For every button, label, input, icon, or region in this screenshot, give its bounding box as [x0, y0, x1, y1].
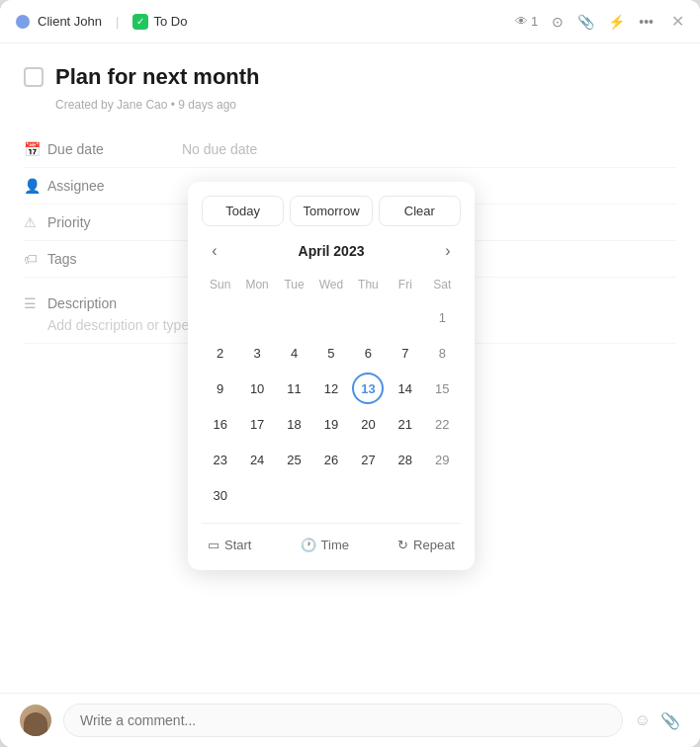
calendar-icon: 📅: [24, 141, 40, 157]
month-year-label: April 2023: [299, 243, 365, 259]
cal-day-10[interactable]: 10: [241, 373, 273, 404]
cal-day-19[interactable]: 19: [315, 408, 347, 440]
start-button[interactable]: ▭ Start: [202, 534, 257, 556]
tags-label-group: 🏷 Tags: [24, 251, 182, 267]
start-icon: ▭: [208, 538, 219, 552]
header-divider: |: [116, 14, 119, 29]
cal-day-28[interactable]: 28: [390, 444, 421, 475]
todo-label: To Do: [153, 14, 187, 29]
comment-bar: ☺ 📎: [0, 693, 700, 747]
time-label: Time: [321, 538, 349, 552]
start-label: Start: [224, 538, 251, 552]
prev-month-button[interactable]: ‹: [202, 238, 227, 264]
task-checkbox[interactable]: [24, 67, 44, 87]
more-icon[interactable]: •••: [639, 14, 654, 30]
header-bar: Client John | ✓ To Do 👁 1 ⊙ 📎 ⚡ ••• ✕: [0, 0, 700, 43]
due-date-label: Due date: [47, 141, 104, 157]
task-content: Plan for next month Created by Jane Cao …: [0, 43, 700, 693]
description-icon: ☰: [24, 295, 40, 311]
check-circle-icon[interactable]: ⊙: [552, 14, 564, 30]
cal-day-6[interactable]: 6: [352, 337, 384, 369]
client-dot-icon: [16, 15, 30, 29]
emoji-icon[interactable]: ☺: [635, 711, 651, 730]
priority-label: Priority: [47, 214, 91, 230]
weekday-thu: Thu: [350, 274, 387, 295]
calendar-days: 1234567891011121314151617181920212223242…: [202, 299, 461, 513]
cal-day-empty: [241, 301, 273, 333]
cal-day-11[interactable]: 11: [279, 373, 310, 404]
due-date-row: 📅 Due date No due date: [24, 131, 676, 168]
time-icon: 🕐: [301, 538, 316, 552]
cal-day-3[interactable]: 3: [241, 337, 273, 369]
weekday-sun: Sun: [202, 274, 238, 295]
cal-day-5[interactable]: 5: [315, 337, 347, 369]
check-icon: ✓: [132, 14, 148, 30]
cal-day-8[interactable]: 8: [426, 337, 458, 369]
calendar-footer: ▭ Start 🕐 Time ↻ Repeat: [202, 523, 461, 556]
due-date-value[interactable]: No due date: [182, 141, 257, 157]
cal-day-18[interactable]: 18: [279, 408, 310, 440]
close-button[interactable]: ✕: [671, 12, 684, 31]
cal-day-20[interactable]: 20: [352, 408, 384, 440]
assignee-label-group: 👤 Assignee: [24, 178, 182, 194]
header-right: 👁 1 ⊙ 📎 ⚡ ••• ✕: [515, 12, 684, 31]
main-window: Client John | ✓ To Do 👁 1 ⊙ 📎 ⚡ ••• ✕ Pl…: [0, 0, 700, 747]
weekday-fri: Fri: [387, 274, 423, 295]
task-title: Plan for next month: [55, 63, 260, 92]
cal-day-27[interactable]: 27: [352, 444, 384, 475]
avatar: [20, 705, 51, 736]
cal-day-empty: [205, 301, 236, 333]
weekday-mon: Mon: [238, 274, 275, 295]
comment-icons: ☺ 📎: [635, 711, 680, 730]
cal-day-7[interactable]: 7: [390, 337, 421, 369]
tomorrow-button[interactable]: Tomorrow: [290, 196, 372, 226]
cal-day-4[interactable]: 4: [279, 337, 310, 369]
watchers-badge: 👁 1: [515, 14, 538, 29]
cal-day-2[interactable]: 2: [205, 337, 236, 369]
cal-day-26[interactable]: 26: [315, 444, 347, 475]
cal-day-30[interactable]: 30: [205, 479, 236, 511]
cal-day-16[interactable]: 16: [205, 408, 236, 440]
repeat-button[interactable]: ↻ Repeat: [392, 534, 461, 556]
cal-day-23[interactable]: 23: [205, 444, 236, 475]
cal-day-14[interactable]: 14: [390, 373, 421, 404]
header-left: Client John | ✓ To Do: [16, 14, 187, 30]
assignee-label: Assignee: [47, 178, 105, 194]
weekday-wed: Wed: [312, 274, 349, 295]
cal-day-empty: [315, 301, 347, 333]
description-label: Description: [47, 295, 117, 311]
attach-icon[interactable]: 📎: [660, 711, 680, 730]
weekday-tue: Tue: [276, 274, 312, 295]
activity-icon[interactable]: ⚡: [608, 14, 625, 30]
cal-day-29[interactable]: 29: [426, 444, 458, 475]
paperclip-icon[interactable]: 📎: [577, 14, 594, 30]
tag-icon: 🏷: [24, 251, 40, 267]
calendar-navigation: ‹ April 2023 ›: [202, 238, 461, 264]
next-month-button[interactable]: ›: [435, 238, 461, 264]
cal-day-21[interactable]: 21: [390, 408, 421, 440]
cal-day-24[interactable]: 24: [241, 444, 273, 475]
comment-input[interactable]: [63, 704, 623, 737]
repeat-label: Repeat: [413, 538, 455, 552]
task-header: Plan for next month: [24, 63, 676, 92]
weekday-sat: Sat: [424, 274, 461, 295]
cal-day-13[interactable]: 13: [352, 373, 384, 404]
cal-day-15[interactable]: 15: [426, 373, 458, 404]
cal-day-17[interactable]: 17: [241, 408, 273, 440]
cal-day-1[interactable]: 1: [426, 301, 458, 333]
quick-buttons: Today Tomorrow Clear: [202, 196, 461, 226]
task-meta: Created by Jane Cao • 9 days ago: [55, 98, 676, 112]
today-button[interactable]: Today: [202, 196, 284, 226]
tags-label: Tags: [47, 251, 77, 267]
cal-day-22[interactable]: 22: [426, 408, 458, 440]
client-label: Client John: [38, 14, 102, 29]
cal-day-empty: [352, 301, 384, 333]
cal-day-25[interactable]: 25: [279, 444, 310, 475]
clear-button[interactable]: Clear: [379, 196, 461, 226]
cal-day-12[interactable]: 12: [315, 373, 347, 404]
priority-icon: ⚠: [24, 214, 40, 230]
repeat-icon: ↻: [397, 538, 408, 552]
cal-day-empty: [279, 301, 310, 333]
time-button[interactable]: 🕐 Time: [295, 534, 355, 556]
cal-day-9[interactable]: 9: [205, 373, 236, 404]
